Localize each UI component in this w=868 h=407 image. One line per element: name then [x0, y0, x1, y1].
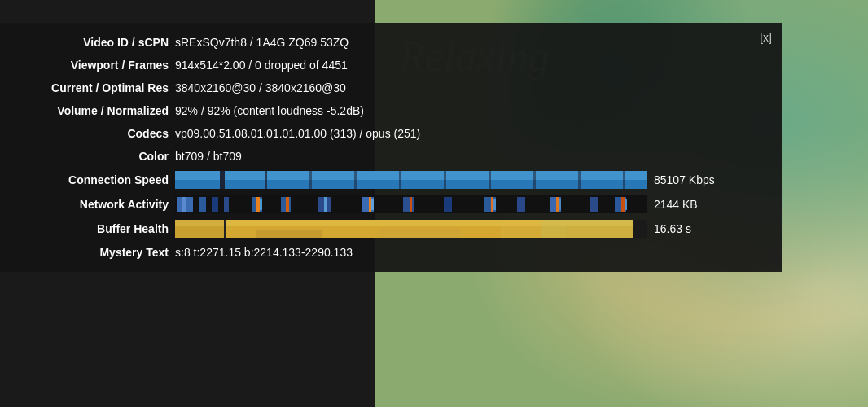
- stats-panel: [x] Video ID / sCPN sRExSQv7th8 / 1A4G Z…: [0, 23, 782, 272]
- close-button[interactable]: [x]: [760, 31, 772, 44]
- svg-rect-27: [371, 199, 374, 210]
- row-mystery-text: Mystery Text s:8 t:2271.15 b:2214.133-22…: [0, 241, 782, 264]
- svg-rect-26: [369, 197, 371, 212]
- row-video-id: Video ID / sCPN sRExSQv7th8 / 1A4G ZQ69 …: [0, 31, 782, 54]
- svg-rect-2: [220, 171, 225, 189]
- svg-rect-15: [199, 197, 206, 212]
- svg-rect-33: [493, 199, 496, 210]
- svg-rect-41: [625, 199, 627, 210]
- svg-rect-5: [354, 171, 357, 189]
- network-activity-value: 2144 KB: [654, 198, 698, 211]
- svg-rect-43: [175, 220, 224, 226]
- label-viewport: Viewport / Frames: [0, 59, 175, 72]
- value-color: bt709 / bt709: [175, 150, 782, 163]
- svg-rect-24: [324, 197, 327, 212]
- svg-rect-28: [403, 197, 414, 212]
- row-network-activity: Network Activity: [0, 192, 782, 217]
- svg-rect-4: [309, 171, 312, 189]
- label-resolution: Current / Optimal Res: [0, 81, 175, 94]
- value-mystery-text: s:8 t:2271.15 b:2214.133-2290.133: [175, 246, 782, 259]
- label-color: Color: [0, 150, 175, 163]
- svg-rect-37: [559, 199, 561, 210]
- row-color: Color bt709 / bt709: [0, 145, 782, 168]
- label-volume: Volume / Normalized: [0, 104, 175, 117]
- svg-rect-9: [533, 171, 536, 189]
- value-video-id: sRExSQv7th8 / 1A4G ZQ69 53ZQ: [175, 36, 782, 49]
- svg-rect-16: [212, 197, 218, 212]
- label-video-id: Video ID / sCPN: [0, 36, 175, 49]
- connection-speed-value: 85107 Kbps: [654, 173, 715, 186]
- network-activity-bar-container: 2144 KB: [175, 194, 782, 215]
- svg-rect-7: [444, 171, 446, 189]
- buffer-health-value: 16.63 s: [654, 222, 691, 235]
- label-buffer-health: Buffer Health: [0, 222, 175, 235]
- svg-rect-36: [556, 197, 559, 212]
- svg-rect-48: [379, 228, 460, 238]
- connection-speed-bar-container: 85107 Kbps: [175, 169, 782, 190]
- label-connection-speed: Connection Speed: [0, 173, 175, 186]
- svg-rect-10: [578, 171, 581, 189]
- svg-rect-44: [224, 220, 226, 238]
- connection-speed-bar: [175, 171, 647, 189]
- svg-rect-22: [286, 197, 289, 212]
- value-volume: 92% / 92% (content loudness -5.2dB): [175, 104, 782, 117]
- network-activity-bar: [175, 195, 647, 213]
- svg-rect-30: [444, 197, 452, 212]
- row-buffer-health: Buffer Health: [0, 217, 782, 241]
- row-connection-speed: Connection Speed: [0, 168, 782, 192]
- value-viewport: 914x514*2.00 / 0 dropped of 4451: [175, 59, 782, 72]
- svg-rect-3: [265, 171, 267, 189]
- svg-rect-47: [256, 230, 322, 238]
- row-viewport: Viewport / Frames 914x514*2.00 / 0 dropp…: [0, 54, 782, 77]
- svg-rect-29: [410, 197, 412, 212]
- svg-rect-14: [182, 197, 186, 212]
- row-volume: Volume / Normalized 92% / 92% (content l…: [0, 99, 782, 122]
- row-codecs: Codecs vp09.00.51.08.01.01.01.01.00 (313…: [0, 122, 782, 145]
- buffer-health-bar-container: 16.63 s: [175, 218, 782, 239]
- label-codecs: Codecs: [0, 127, 175, 140]
- svg-rect-50: [541, 220, 633, 238]
- value-resolution: 3840x2160@30 / 3840x2160@30: [175, 81, 782, 94]
- label-mystery-text: Mystery Text: [0, 246, 175, 259]
- svg-rect-19: [256, 197, 260, 212]
- svg-rect-6: [399, 171, 401, 189]
- svg-rect-38: [590, 197, 598, 212]
- svg-rect-40: [621, 197, 625, 212]
- buffer-health-bar: [175, 220, 647, 238]
- svg-rect-1: [175, 171, 647, 180]
- label-network-activity: Network Activity: [0, 198, 175, 211]
- svg-rect-34: [517, 197, 525, 212]
- value-codecs: vp09.00.51.08.01.01.01.01.00 (313) / opu…: [175, 127, 782, 140]
- svg-rect-17: [224, 197, 229, 212]
- svg-rect-32: [491, 197, 493, 212]
- svg-rect-11: [623, 171, 625, 189]
- svg-rect-20: [260, 199, 262, 210]
- svg-rect-8: [489, 171, 491, 189]
- row-resolution: Current / Optimal Res 3840x2160@30 / 384…: [0, 77, 782, 99]
